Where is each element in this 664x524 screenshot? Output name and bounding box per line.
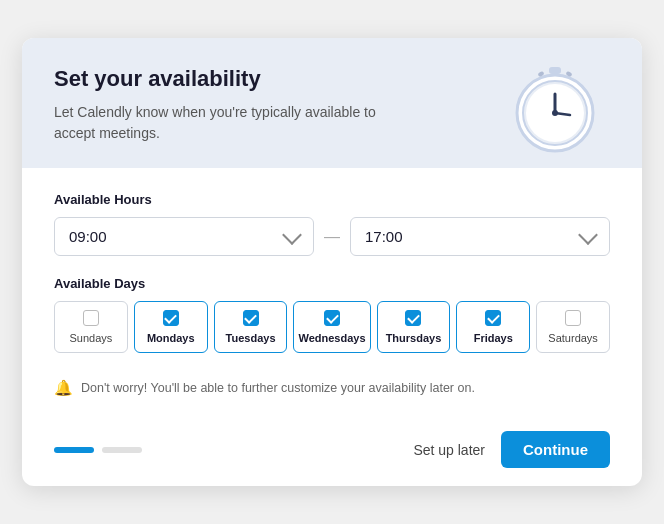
hours-section-label: Available Hours xyxy=(54,192,610,207)
day-cell-fridays[interactable]: Fridays xyxy=(456,301,530,353)
start-time-value: 09:00 xyxy=(69,228,107,245)
day-checkbox-wednesdays xyxy=(324,310,340,326)
content-area: Available Hours 09:00 — 17:00 Available … xyxy=(22,168,642,417)
day-cell-thursdays[interactable]: Thursdays xyxy=(377,301,451,353)
end-time-value: 17:00 xyxy=(365,228,403,245)
day-checkbox-tuesdays xyxy=(243,310,259,326)
progress-filled xyxy=(54,447,94,453)
days-grid: SundaysMondaysTuesdaysWednesdaysThursday… xyxy=(54,301,610,353)
hours-row: 09:00 — 17:00 xyxy=(54,217,610,256)
footer-actions: Set up later Continue xyxy=(413,431,610,468)
day-cell-tuesdays[interactable]: Tuesdays xyxy=(214,301,288,353)
day-label-fridays: Fridays xyxy=(474,332,513,344)
continue-button[interactable]: Continue xyxy=(501,431,610,468)
day-checkbox-sundays xyxy=(83,310,99,326)
end-time-select[interactable]: 17:00 xyxy=(350,217,610,256)
day-checkbox-thursdays xyxy=(405,310,421,326)
days-section-label: Available Days xyxy=(54,276,610,291)
page-subtitle: Let Calendly know when you're typically … xyxy=(54,102,414,144)
day-checkbox-fridays xyxy=(485,310,501,326)
header-banner: Set your availability Let Calendly know … xyxy=(22,38,642,168)
day-checkbox-saturdays xyxy=(565,310,581,326)
day-label-wednesdays: Wednesdays xyxy=(298,332,365,344)
day-label-thursdays: Thursdays xyxy=(386,332,442,344)
day-label-mondays: Mondays xyxy=(147,332,195,344)
progress-empty xyxy=(102,447,142,453)
notice-row: 🔔 Don't worry! You'll be able to further… xyxy=(54,369,610,401)
bell-icon: 🔔 xyxy=(54,379,73,397)
start-time-select[interactable]: 09:00 xyxy=(54,217,314,256)
setup-later-button[interactable]: Set up later xyxy=(413,442,485,458)
start-time-chevron-icon xyxy=(282,225,302,245)
footer: Set up later Continue xyxy=(22,417,642,486)
modal-container: Set your availability Let Calendly know … xyxy=(22,38,642,486)
day-label-sundays: Sundays xyxy=(70,332,113,344)
day-cell-saturdays[interactable]: Saturdays xyxy=(536,301,610,353)
day-cell-wednesdays[interactable]: Wednesdays xyxy=(293,301,370,353)
notice-text: Don't worry! You'll be able to further c… xyxy=(81,381,475,395)
day-cell-sundays[interactable]: Sundays xyxy=(54,301,128,353)
day-label-tuesdays: Tuesdays xyxy=(226,332,276,344)
end-time-chevron-icon xyxy=(578,225,598,245)
svg-rect-3 xyxy=(549,67,561,74)
day-checkbox-mondays xyxy=(163,310,179,326)
time-dash: — xyxy=(324,228,340,246)
day-label-saturdays: Saturdays xyxy=(548,332,598,344)
clock-illustration xyxy=(500,50,610,160)
svg-point-8 xyxy=(552,110,558,116)
day-cell-mondays[interactable]: Mondays xyxy=(134,301,208,353)
progress-bar xyxy=(54,447,142,453)
